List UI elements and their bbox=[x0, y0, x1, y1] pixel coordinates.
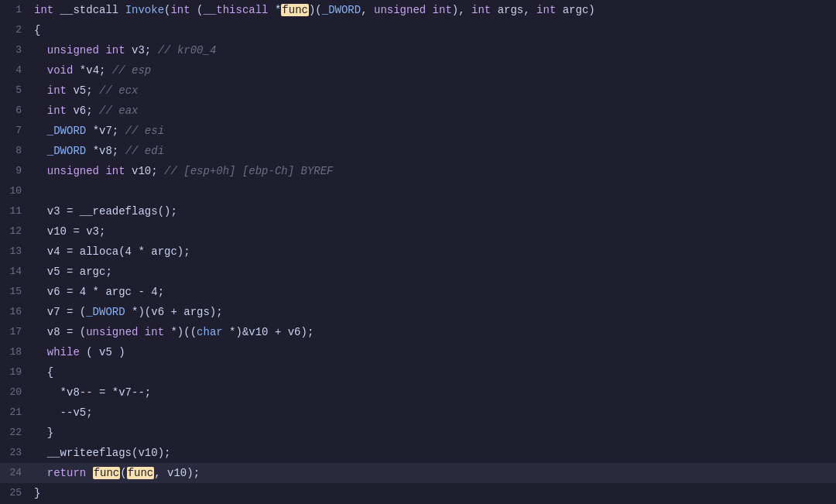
code-line: 20 *v8-- = *v7--; bbox=[0, 382, 836, 403]
line-content bbox=[28, 181, 836, 201]
code-token: // esp bbox=[112, 64, 151, 77]
line-number: 13 bbox=[0, 242, 28, 262]
code-token: while bbox=[47, 346, 80, 358]
code-token: func bbox=[93, 467, 121, 479]
code-token: v7 = ( bbox=[34, 306, 86, 318]
code-token: int bbox=[34, 4, 53, 16]
code-token: int bbox=[145, 326, 164, 338]
code-token: // ecx bbox=[99, 84, 138, 97]
code-token: __stdcall bbox=[53, 4, 125, 16]
line-content: } bbox=[28, 483, 836, 503]
code-line: 8 _DWORD *v8; // edi bbox=[0, 141, 836, 161]
code-line: 5 int v5; // ecx bbox=[0, 81, 836, 101]
code-token: * bbox=[269, 4, 282, 16]
code-line: 25} bbox=[0, 483, 836, 503]
code-token: *v8; bbox=[86, 145, 125, 157]
code-token: int bbox=[170, 4, 190, 16]
line-number: 9 bbox=[0, 161, 28, 181]
line-content: v8 = (unsigned int *)((char *)&v10 + v6)… bbox=[28, 322, 836, 342]
code-token bbox=[34, 125, 47, 137]
line-number: 15 bbox=[0, 282, 28, 302]
code-line: 1int __stdcall Invoke(int (__thiscall *f… bbox=[0, 0, 836, 20]
code-token: // [esp+0h] [ebp-Ch] BYREF bbox=[164, 165, 333, 177]
code-token: unsigned bbox=[47, 165, 99, 177]
code-line: 15 v6 = 4 * argc - 4; bbox=[0, 282, 836, 302]
code-token: return bbox=[47, 467, 86, 479]
code-token: // eax bbox=[99, 105, 138, 117]
line-content: v3 = __readeflags(); bbox=[28, 201, 836, 221]
code-line: 6 int v6; // eax bbox=[0, 101, 836, 121]
line-content: void *v4; // esp bbox=[28, 60, 836, 81]
code-token: // kr00_4 bbox=[158, 44, 217, 57]
code-line: 22 } bbox=[0, 423, 836, 443]
line-content: v6 = 4 * argc - 4; bbox=[28, 282, 836, 302]
line-number: 11 bbox=[0, 201, 28, 221]
code-token: } bbox=[34, 427, 53, 439]
code-token bbox=[34, 64, 47, 77]
code-token: __thiscall bbox=[204, 4, 269, 16]
code-line: 7 _DWORD *v7; // esi bbox=[0, 121, 836, 141]
code-line: 10 bbox=[0, 181, 836, 201]
code-token: void bbox=[47, 64, 74, 77]
code-line: 9 unsigned int v10; // [esp+0h] [ebp-Ch]… bbox=[0, 161, 836, 181]
code-token: int bbox=[433, 4, 452, 16]
code-token: ), bbox=[452, 4, 471, 16]
line-content: v7 = (_DWORD *)(v6 + args); bbox=[28, 302, 836, 322]
code-line: 24 return func(func, v10); bbox=[0, 463, 836, 483]
code-token: unsigned bbox=[374, 4, 426, 16]
line-number: 24 bbox=[0, 463, 28, 483]
code-line: 4 void *v4; // esp bbox=[0, 60, 836, 81]
line-content: _DWORD *v8; // edi bbox=[28, 141, 836, 161]
line-number: 10 bbox=[0, 181, 28, 201]
code-token: *v8-- = *v7--; bbox=[34, 386, 151, 399]
line-number: 20 bbox=[0, 382, 28, 403]
line-content: { bbox=[28, 362, 836, 382]
code-token: char bbox=[197, 326, 223, 338]
code-token: Invoke bbox=[125, 4, 164, 16]
code-line: 14 v5 = argc; bbox=[0, 262, 836, 282]
code-line: 19 { bbox=[0, 362, 836, 382]
code-token: v8 = ( bbox=[34, 326, 86, 338]
code-token bbox=[34, 467, 47, 479]
code-token bbox=[34, 44, 47, 57]
code-token: v10; bbox=[125, 165, 164, 177]
code-token: --v5; bbox=[34, 406, 93, 419]
code-token: int bbox=[471, 4, 491, 16]
code-token: ( bbox=[190, 4, 204, 16]
line-content: int v5; // ecx bbox=[28, 81, 836, 101]
code-line: 21 --v5; bbox=[0, 403, 836, 423]
line-content: *v8-- = *v7--; bbox=[28, 382, 836, 403]
code-token: *v4; bbox=[73, 64, 111, 77]
code-token: , bbox=[361, 4, 374, 16]
code-token: v3 = __readeflags(); bbox=[34, 205, 177, 218]
line-number: 17 bbox=[0, 322, 28, 342]
code-token: unsigned bbox=[47, 44, 99, 57]
code-token: int bbox=[47, 84, 67, 97]
line-number: 21 bbox=[0, 403, 28, 423]
code-token: _DWORD bbox=[86, 306, 125, 318]
line-number: 16 bbox=[0, 302, 28, 322]
code-token: v4 = alloca(4 * argc); bbox=[34, 245, 190, 258]
line-content: v10 = v3; bbox=[28, 221, 836, 242]
code-token: int bbox=[105, 165, 125, 177]
line-content: unsigned int v10; // [esp+0h] [ebp-Ch] B… bbox=[28, 161, 836, 181]
code-token bbox=[34, 346, 47, 358]
line-number: 14 bbox=[0, 262, 28, 282]
code-token: func bbox=[281, 4, 309, 16]
line-content: --v5; bbox=[28, 403, 836, 423]
code-token: v10 = v3; bbox=[34, 225, 105, 238]
line-content: __writeeflags(v10); bbox=[28, 443, 836, 463]
line-content: v5 = argc; bbox=[28, 262, 836, 282]
code-token: _DWORD bbox=[47, 125, 86, 137]
line-number: 1 bbox=[0, 0, 28, 20]
line-number: 5 bbox=[0, 81, 28, 101]
code-token: // esi bbox=[125, 125, 164, 137]
code-token: func bbox=[127, 467, 155, 479]
code-token: *v7; bbox=[86, 125, 125, 137]
code-token bbox=[86, 467, 92, 479]
code-token: argc) bbox=[556, 4, 594, 16]
code-token: _DWORD bbox=[47, 145, 86, 157]
code-token bbox=[34, 84, 47, 97]
line-number: 25 bbox=[0, 483, 28, 503]
code-line: 23 __writeeflags(v10); bbox=[0, 443, 836, 463]
